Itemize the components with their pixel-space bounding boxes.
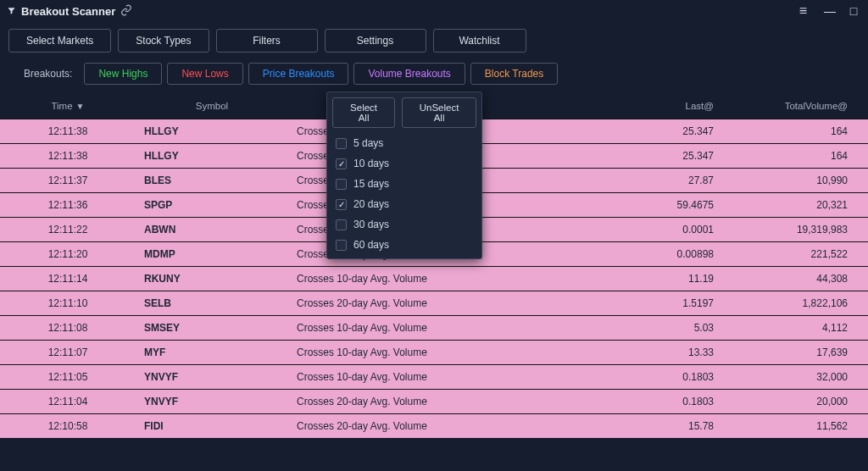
column-time[interactable]: Time ▼ (0, 101, 136, 111)
settings-button[interactable]: Settings (325, 29, 426, 53)
sort-icon: ▼ (76, 102, 85, 111)
cell-symbol: FIDI (136, 420, 288, 432)
cell-volume: 164 (729, 125, 865, 137)
cell-volume: 11,562 (729, 420, 865, 432)
filter-option-5-days[interactable]: 5 days (327, 133, 481, 153)
cell-symbol: SELB (136, 297, 288, 309)
checkbox-icon (336, 179, 347, 190)
checkbox-icon (336, 219, 347, 230)
column-last[interactable]: Last@ (568, 101, 729, 111)
filter-option-20-days[interactable]: 20 days (327, 194, 481, 214)
cell-symbol: SMSEY (136, 322, 288, 334)
table-row[interactable]: 12:11:05YNVYFCrosses 10-day Avg. Volume0… (0, 364, 868, 389)
watchlist-button[interactable]: Watchlist (433, 29, 526, 53)
checkbox-icon (336, 158, 347, 169)
cell-time: 12:11:38 (0, 150, 136, 162)
filters-button[interactable]: Filters (216, 29, 318, 53)
cell-symbol: HLLGY (136, 125, 288, 137)
cell-volume: 19,319,983 (729, 224, 865, 236)
days-filter-dropdown: Select All UnSelect All 5 days10 days15 … (326, 91, 482, 259)
cell-volume: 32,000 (729, 371, 865, 383)
cell-volume: 164 (729, 150, 865, 162)
cell-description: Crosses 20-day Avg. Volume (288, 396, 568, 407)
column-total-volume[interactable]: TotalVolume@ (729, 101, 865, 111)
table-row[interactable]: 12:10:58FIDICrosses 20-day Avg. Volume15… (0, 413, 868, 438)
cell-description: Crosses 10-day Avg. Volume (288, 322, 568, 334)
cell-time: 12:11:05 (0, 371, 136, 383)
cell-last: 27.87 (568, 175, 729, 186)
menu-icon[interactable]: ≡ (799, 3, 807, 19)
cell-time: 12:11:38 (0, 125, 136, 137)
cell-last: 59.4675 (568, 199, 729, 211)
column-symbol[interactable]: Symbol (136, 101, 288, 111)
maximize-button[interactable]: □ (846, 4, 861, 18)
cell-volume: 20,321 (729, 199, 865, 211)
cell-time: 12:11:20 (0, 248, 136, 260)
cell-volume: 4,112 (729, 322, 865, 334)
table-row[interactable]: 12:11:07MYFCrosses 10-day Avg. Volume13.… (0, 340, 868, 364)
select-all-button[interactable]: Select All (332, 97, 395, 128)
cell-description: Crosses 10-day Avg. Volume (288, 371, 568, 383)
table-row[interactable]: 12:11:14RKUNYCrosses 10-day Avg. Volume1… (0, 266, 868, 291)
cell-last: 1.5197 (568, 297, 729, 309)
cell-description: Crosses 20-day Avg. Volume (288, 297, 568, 309)
cell-last: 11.19 (568, 273, 729, 285)
table-row[interactable]: 12:11:08SMSEYCrosses 10-day Avg. Volume5… (0, 315, 868, 340)
cell-symbol: MDMP (136, 248, 288, 260)
cell-time: 12:10:58 (0, 420, 136, 432)
cell-symbol: YNVYF (136, 396, 288, 407)
minimize-button[interactable]: — (822, 4, 837, 18)
cell-description: Crosses 10-day Avg. Volume (288, 346, 568, 358)
cell-time: 12:11:36 (0, 199, 136, 211)
cell-last: 13.33 (568, 346, 729, 358)
tab-new-lows[interactable]: New Lows (167, 63, 242, 85)
filter-option-30-days[interactable]: 30 days (327, 214, 481, 235)
cell-time: 12:11:22 (0, 224, 136, 236)
checkbox-icon (336, 199, 347, 210)
cell-last: 0.1803 (568, 371, 729, 383)
cell-time: 12:11:37 (0, 175, 136, 186)
tab-block-trades[interactable]: Block Trades (470, 63, 558, 85)
table-row[interactable]: 12:11:10SELBCrosses 20-day Avg. Volume1.… (0, 291, 868, 315)
table-row[interactable]: 12:11:04YNVYFCrosses 20-day Avg. Volume0… (0, 389, 868, 413)
cell-volume: 221,522 (729, 248, 865, 260)
tab-price-breakouts[interactable]: Price Breakouts (248, 63, 349, 85)
cell-last: 0.0001 (568, 224, 729, 236)
cell-symbol: RKUNY (136, 273, 288, 285)
cell-volume: 44,308 (729, 273, 865, 285)
filter-option-15-days[interactable]: 15 days (327, 174, 481, 194)
cell-symbol: BLES (136, 175, 288, 186)
cell-volume: 20,000 (729, 396, 865, 407)
cell-last: 25.347 (568, 150, 729, 162)
checkbox-icon (336, 138, 347, 149)
cell-last: 5.03 (568, 322, 729, 334)
cell-last: 15.78 (568, 420, 729, 432)
tab-volume-breakouts[interactable]: Volume Breakouts (353, 63, 465, 85)
cell-volume: 10,990 (729, 175, 865, 186)
cell-last: 0.1803 (568, 396, 729, 407)
cell-last: 25.347 (568, 125, 729, 137)
select-markets-button[interactable]: Select Markets (8, 29, 111, 53)
stock-types-button[interactable]: Stock Types (118, 29, 209, 53)
checkbox-icon (336, 240, 347, 251)
link-icon[interactable] (120, 4, 132, 19)
cell-description: Crosses 10-day Avg. Volume (288, 273, 568, 285)
window-title: Breakout Scanner (21, 5, 115, 18)
cell-symbol: MYF (136, 346, 288, 358)
cell-symbol: HLLGY (136, 150, 288, 162)
cell-symbol: YNVYF (136, 371, 288, 383)
cell-description: Crosses 20-day Avg. Volume (288, 420, 568, 432)
cell-time: 12:11:04 (0, 396, 136, 407)
filter-option-10-days[interactable]: 10 days (327, 153, 481, 174)
breakouts-label: Breakouts: (24, 68, 72, 80)
cell-time: 12:11:10 (0, 297, 136, 309)
cell-symbol: ABWN (136, 224, 288, 236)
cell-volume: 1,822,106 (729, 297, 865, 309)
tab-new-highs[interactable]: New Highs (84, 63, 162, 85)
cell-last: 0.00898 (568, 248, 729, 260)
cell-time: 12:11:08 (0, 322, 136, 334)
filter-option-60-days[interactable]: 60 days (327, 235, 481, 255)
filter-icon (7, 6, 16, 17)
unselect-all-button[interactable]: UnSelect All (402, 97, 476, 128)
cell-symbol: SPGP (136, 199, 288, 211)
